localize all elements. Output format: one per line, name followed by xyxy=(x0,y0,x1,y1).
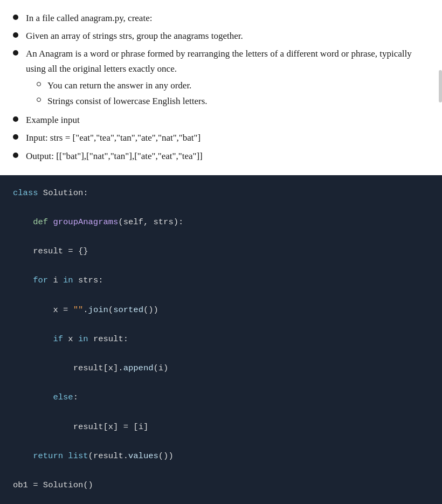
list-item: Input: strs = ["eat","tea","tan","ate","… xyxy=(13,130,429,145)
bullet-icon xyxy=(13,153,18,158)
code-line xyxy=(13,259,429,273)
code-line xyxy=(13,347,429,361)
code-line xyxy=(13,317,429,332)
sub-item-text: Strings consist of lowercase English let… xyxy=(47,94,208,108)
sub-list-item: You can return the answer in any order. xyxy=(37,78,429,93)
scrollbar[interactable] xyxy=(439,70,442,102)
code-line: return list(result.values()) xyxy=(13,449,429,464)
code-line: else: xyxy=(13,390,429,405)
code-section: class Solution: def groupAnagrams(self, … xyxy=(0,175,442,504)
code-line: for i in strs: xyxy=(13,273,429,288)
code-line: result[x] = [i] xyxy=(13,420,429,434)
item-text: Given an array of strings strs, group th… xyxy=(26,29,429,43)
bullet-icon xyxy=(13,50,18,56)
bullet-icon xyxy=(13,32,18,38)
code-line: x = "".join(sorted()) xyxy=(13,303,429,317)
list-item: Given an array of strings strs, group th… xyxy=(13,29,429,43)
code-line: class Solution: xyxy=(13,186,429,201)
code-line xyxy=(13,464,429,478)
code-line xyxy=(13,493,429,504)
item-text: An Anagram is a word or phrase formed by… xyxy=(26,46,429,109)
page-wrapper: In a file called anagram.py, create: Giv… xyxy=(0,0,442,504)
item-text: Input: strs = ["eat","tea","tan","ate","… xyxy=(26,130,429,145)
list-item: Output: [["bat"],["nat","tan"],["ate","e… xyxy=(13,149,429,163)
code-line: ob1 = Solution() xyxy=(13,478,429,493)
circle-icon xyxy=(37,98,41,102)
sub-list: You can return the answer in any order. … xyxy=(26,78,429,108)
bullet-icon xyxy=(13,116,18,122)
sub-list-item: Strings consist of lowercase English let… xyxy=(37,94,429,108)
item-text: Output: [["bat"],["nat","tan"],["ate","e… xyxy=(26,149,429,163)
description-section: In a file called anagram.py, create: Giv… xyxy=(0,0,442,175)
code-line xyxy=(13,201,429,215)
circle-icon xyxy=(37,82,41,86)
code-line: def groupAnagrams(self, strs): xyxy=(13,215,429,230)
code-line xyxy=(13,376,429,390)
sub-item-text: You can return the answer in any order. xyxy=(47,78,191,93)
code-line xyxy=(13,434,429,449)
item-text: In a file called anagram.py, create: xyxy=(26,11,429,25)
bullet-icon xyxy=(13,134,18,140)
bullet-icon xyxy=(13,15,18,20)
bullet-list: In a file called anagram.py, create: Giv… xyxy=(13,11,429,163)
code-line: result = {} xyxy=(13,244,429,259)
code-line xyxy=(13,230,429,244)
code-line: result[x].append(i) xyxy=(13,361,429,376)
list-item: Example input xyxy=(13,113,429,127)
list-item: An Anagram is a word or phrase formed by… xyxy=(13,46,429,109)
code-line: if x in result: xyxy=(13,332,429,347)
code-line xyxy=(13,405,429,420)
item-text: Example input xyxy=(26,113,429,127)
code-line xyxy=(13,288,429,303)
list-item: In a file called anagram.py, create: xyxy=(13,11,429,25)
